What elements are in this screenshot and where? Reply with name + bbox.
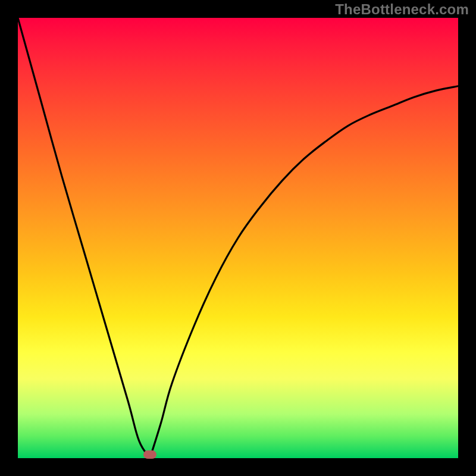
chart-frame: TheBottleneck.com (0, 0, 476, 476)
plot-area (18, 18, 458, 458)
watermark-text: TheBottleneck.com (335, 1, 469, 18)
optimum-marker (143, 450, 156, 459)
curve-left-branch (18, 18, 150, 458)
curve-group (18, 18, 458, 458)
curve-right-branch (150, 86, 458, 458)
bottleneck-curve (18, 18, 458, 458)
